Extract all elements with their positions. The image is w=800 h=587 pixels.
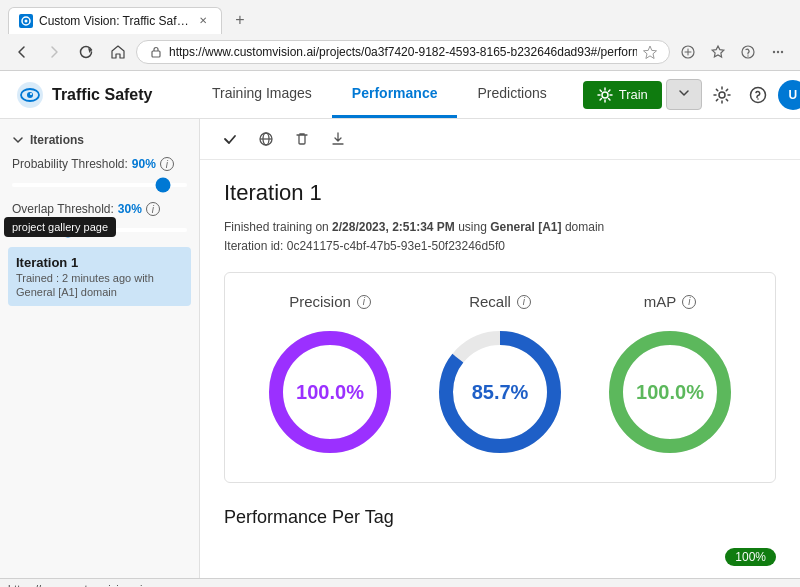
- svg-point-7: [773, 51, 775, 53]
- sidebar: Iterations Probability Threshold: 90% i …: [0, 119, 200, 578]
- svg-marker-3: [644, 46, 657, 59]
- status-url: https://www.customvision.ai: [8, 583, 143, 588]
- recall-value: 85.7%: [472, 381, 529, 404]
- tab-bar: Custom Vision: Traffic Safety - Pe... ✕ …: [0, 0, 800, 34]
- train-label: Train: [619, 87, 648, 102]
- iterations-label: Iterations: [30, 133, 84, 147]
- home-button[interactable]: [104, 38, 132, 66]
- publish-button[interactable]: [666, 79, 702, 110]
- metrics-grid: Precision i 100.0%: [245, 293, 755, 462]
- help-icon: [749, 86, 767, 104]
- probability-info-icon[interactable]: i: [160, 157, 174, 171]
- map-value: 100.0%: [636, 381, 704, 404]
- app-header: Traffic Safety Training Images Performan…: [0, 71, 800, 119]
- metrics-container: Precision i 100.0%: [224, 272, 776, 483]
- svg-rect-2: [152, 51, 160, 57]
- active-tab[interactable]: Custom Vision: Traffic Safety - Pe... ✕: [8, 7, 222, 34]
- app-logo: Traffic Safety: [16, 81, 176, 109]
- overlap-label: Overlap Threshold: 30% i: [12, 202, 187, 216]
- recall-info-icon[interactable]: i: [517, 295, 531, 309]
- svg-point-17: [757, 98, 759, 100]
- tab-close-button[interactable]: ✕: [195, 13, 211, 29]
- download-icon: [330, 131, 346, 147]
- recall-label: Recall i: [469, 293, 531, 310]
- iteration-meta-1: Trained : 2 minutes ago with: [16, 272, 183, 284]
- svg-point-13: [30, 93, 32, 95]
- checkmark-button[interactable]: [216, 125, 244, 153]
- precision-metric: Precision i 100.0%: [260, 293, 400, 462]
- map-metric: mAP i 100.0%: [600, 293, 740, 462]
- table-header: Tag Precision ▲ Recall A.P. Image count …: [224, 572, 776, 578]
- iteration-title: Iteration 1: [224, 180, 776, 206]
- globe-icon: [258, 131, 274, 147]
- precision-label: Precision i: [289, 293, 371, 310]
- status-bar: https://www.customvision.ai: [0, 578, 800, 587]
- header-tabs: Training Images Performance Predictions: [192, 71, 567, 118]
- probability-label-text: Probability Threshold:: [12, 157, 128, 171]
- map-info-icon[interactable]: i: [682, 295, 696, 309]
- check-icon: [222, 131, 238, 147]
- training-date: 2/28/2023, 2:51:34 PM: [332, 220, 455, 234]
- tab-predictions[interactable]: Predictions: [457, 71, 566, 118]
- eye-icon: [16, 81, 44, 109]
- probability-slider[interactable]: [12, 183, 187, 187]
- iteration-1-item[interactable]: Iteration 1 Trained : 2 minutes ago with…: [8, 247, 191, 306]
- tab-training-images[interactable]: Training Images: [192, 71, 332, 118]
- new-tab-button[interactable]: +: [226, 6, 254, 34]
- forward-button[interactable]: [40, 38, 68, 66]
- iteration-meta-2: General [A1] domain: [16, 286, 183, 298]
- svg-point-15: [719, 92, 725, 98]
- browser-icon-1[interactable]: [674, 38, 702, 66]
- user-avatar[interactable]: U: [778, 80, 800, 110]
- help-button[interactable]: [742, 79, 774, 111]
- tab-performance[interactable]: Performance: [332, 71, 458, 118]
- recall-label-text: Recall: [469, 293, 511, 310]
- browser-menu-button[interactable]: [764, 38, 792, 66]
- iteration-id: 0c241175-c4bf-47b5-93e1-50f23246d5f0: [287, 239, 505, 253]
- back-button[interactable]: [8, 38, 36, 66]
- training-info-text: Finished training on 2/28/2023, 2:51:34 …: [224, 220, 604, 253]
- refresh-button[interactable]: [72, 38, 100, 66]
- probability-value: 90%: [132, 157, 156, 171]
- tooltip: project gallery page: [4, 217, 116, 237]
- svg-point-9: [781, 51, 783, 53]
- content-area: Iteration 1 Finished training on 2/28/20…: [200, 119, 800, 578]
- precision-info-icon[interactable]: i: [357, 295, 371, 309]
- content-body: Iteration 1 Finished training on 2/28/20…: [200, 160, 800, 578]
- delete-button[interactable]: [288, 125, 316, 153]
- url-input[interactable]: [169, 45, 637, 59]
- sidebar-section-header: Iterations: [0, 127, 199, 153]
- svg-point-12: [27, 92, 33, 98]
- address-bar[interactable]: [136, 40, 670, 64]
- globe-button[interactable]: [252, 125, 280, 153]
- lock-icon: [149, 45, 163, 59]
- tab-favicon: [19, 14, 33, 28]
- svg-point-8: [777, 51, 779, 53]
- map-donut: 100.0%: [600, 322, 740, 462]
- trash-icon: [294, 131, 310, 147]
- overlap-info-icon[interactable]: i: [146, 202, 160, 216]
- overlap-label-text: Overlap Threshold:: [12, 202, 114, 216]
- gear-icon: [597, 87, 613, 103]
- app-title: Traffic Safety: [52, 86, 152, 104]
- percent-badge: 100%: [725, 548, 776, 566]
- header-actions: Train U: [583, 79, 800, 111]
- svg-point-6: [747, 55, 748, 56]
- star-icon: [643, 45, 657, 59]
- probability-threshold-container: Probability Threshold: 90% i: [0, 153, 199, 198]
- nav-bar: [0, 34, 800, 70]
- download-button[interactable]: [324, 125, 352, 153]
- precision-label-text: Precision: [289, 293, 351, 310]
- settings-icon: [713, 86, 731, 104]
- recall-metric: Recall i 85.7%: [430, 293, 570, 462]
- train-button[interactable]: Train: [583, 81, 662, 109]
- app: Traffic Safety Training Images Performan…: [0, 71, 800, 578]
- iteration-name: Iteration 1: [16, 255, 183, 270]
- perf-header-row: 100%: [224, 548, 776, 566]
- tab-title: Custom Vision: Traffic Safety - Pe...: [39, 14, 189, 28]
- perf-per-tag-heading: Performance Per Tag: [224, 507, 394, 528]
- settings-button[interactable]: [706, 79, 738, 111]
- main-layout: project gallery page Iterations Probabil…: [0, 119, 800, 578]
- browser-icon-3[interactable]: [734, 38, 762, 66]
- browser-icon-2[interactable]: [704, 38, 732, 66]
